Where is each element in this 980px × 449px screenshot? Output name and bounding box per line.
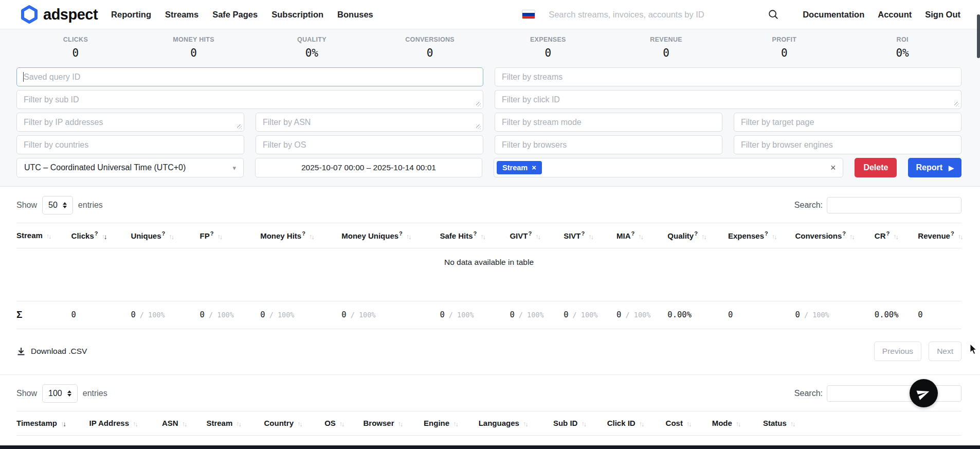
clicks-column-status[interactable]: Status↑↓: [763, 411, 961, 436]
nav-item-reporting[interactable]: Reporting: [111, 10, 151, 20]
nav-item-streams[interactable]: Streams: [165, 10, 198, 20]
group-tag-stream[interactable]: Stream ×: [497, 161, 542, 174]
clicks-column-browser[interactable]: Browser↑↓: [363, 411, 424, 436]
remove-tag-icon[interactable]: ×: [532, 164, 536, 172]
next-button[interactable]: Next: [929, 342, 961, 361]
report-column-uniques[interactable]: Uniques?↑↓: [131, 223, 199, 248]
help-icon[interactable]: ?: [765, 230, 768, 237]
date-range-input[interactable]: [255, 158, 482, 177]
help-icon[interactable]: ?: [886, 230, 890, 237]
clicks-column-country[interactable]: Country↑↓: [264, 411, 325, 436]
stat-label: REVENUE: [607, 36, 725, 43]
streams-filter-input[interactable]: [495, 67, 961, 86]
nav-item-account[interactable]: Account: [878, 10, 912, 19]
browsers-filter-input[interactable]: [495, 135, 722, 154]
summary-table: Σ00 / 100%0 / 100%0 / 100%0 / 100%0 / 10…: [16, 301, 961, 329]
clicks-page-size-select[interactable]: 100: [42, 384, 78, 403]
report-column-quality[interactable]: Quality?↑↓: [667, 223, 728, 248]
ip-filter-textarea[interactable]: [16, 113, 244, 132]
search-button[interactable]: [768, 9, 779, 20]
target-page-filter-input[interactable]: [734, 113, 961, 132]
group-by-select[interactable]: Stream × ×: [494, 158, 843, 177]
clicks-column-languages[interactable]: Languages↑↓: [479, 411, 553, 436]
countries-filter-input[interactable]: [16, 135, 244, 154]
stat-value: 0: [16, 47, 135, 59]
column-label: Browser: [363, 419, 394, 427]
summary-cell: 0 / 100%: [564, 301, 616, 329]
russia-flag-icon[interactable]: [522, 10, 535, 19]
download-csv-button[interactable]: Download .CSV: [16, 347, 87, 356]
sort-icon: ↑↓: [169, 233, 173, 240]
help-icon[interactable]: ?: [210, 230, 214, 237]
nav-item-safe-pages[interactable]: Safe Pages: [212, 10, 258, 20]
help-icon[interactable]: ?: [474, 230, 477, 237]
vertical-scrollbar[interactable]: [976, 0, 980, 449]
timezone-select[interactable]: UTC – Coordinated Universal Time (UTC+0)…: [16, 158, 244, 177]
main-content: Show 50 entries Search: Stream↑↓Clicks?↑…: [0, 195, 980, 436]
entries-label: entries: [83, 389, 107, 398]
report-column-givt[interactable]: GIVT?↑↓: [510, 223, 564, 248]
clicks-column-ip-address[interactable]: IP Address↑↓: [89, 411, 162, 436]
help-icon[interactable]: ?: [399, 230, 403, 237]
help-icon[interactable]: ?: [95, 230, 98, 237]
clicks-controls: Show 100 entries Search:: [16, 384, 961, 403]
summary-cell: Σ: [16, 301, 71, 329]
clicks-column-cost[interactable]: Cost↑↓: [666, 411, 712, 436]
report-column-money-uniques[interactable]: Money Uniques?↑↓: [341, 223, 440, 248]
report-column-cr[interactable]: CR?↑↓: [875, 223, 918, 248]
report-column-mia[interactable]: MIA?↑↓: [616, 223, 667, 248]
clicks-column-asn[interactable]: ASN↑↓: [162, 411, 206, 436]
previous-button[interactable]: Previous: [874, 342, 921, 361]
clickid-filter-textarea[interactable]: [495, 90, 961, 109]
telegram-button[interactable]: [910, 379, 938, 407]
saved-query-input[interactable]: [16, 67, 483, 86]
column-label: Mode: [712, 419, 732, 427]
report-column-money-hits[interactable]: Money Hits?↑↓: [260, 223, 341, 248]
help-icon[interactable]: ?: [528, 230, 532, 237]
column-label: Revenue: [918, 231, 950, 240]
page-size-select[interactable]: 50: [42, 196, 73, 214]
asn-filter-textarea[interactable]: [256, 113, 483, 132]
help-icon[interactable]: ?: [951, 230, 954, 237]
help-icon[interactable]: ?: [162, 230, 166, 237]
brand-logo[interactable]: adspect: [21, 5, 98, 24]
report-search-input[interactable]: [827, 197, 961, 213]
clicks-column-engine[interactable]: Engine↑↓: [424, 411, 479, 436]
clicks-column-sub-id[interactable]: Sub ID↑↓: [553, 411, 607, 436]
clicks-column-mode[interactable]: Mode↑↓: [712, 411, 763, 436]
report-column-stream[interactable]: Stream↑↓: [16, 223, 71, 248]
report-column-expenses[interactable]: Expenses?↑↓: [728, 223, 795, 248]
clicks-search-input[interactable]: [827, 385, 961, 402]
report-column-revenue[interactable]: Revenue?↑↓: [918, 223, 961, 248]
clicks-column-timestamp[interactable]: Timestamp↑↓: [16, 411, 89, 436]
help-icon[interactable]: ?: [302, 230, 305, 237]
help-icon[interactable]: ?: [842, 230, 846, 237]
report-column-sivt[interactable]: SIVT?↑↓: [564, 223, 616, 248]
os-filter-input[interactable]: [256, 135, 483, 154]
report-column-safe-hits[interactable]: Safe Hits?↑↓: [440, 223, 510, 248]
nav-item-subscription[interactable]: Subscription: [271, 10, 323, 20]
vertical-scrollbar-thumb[interactable]: [977, 14, 980, 58]
help-icon[interactable]: ?: [694, 230, 698, 237]
column-label: Conversions: [795, 231, 842, 240]
nav-item-sign-out[interactable]: Sign Out: [925, 10, 960, 19]
nav-item-bonuses[interactable]: Bonuses: [337, 10, 373, 20]
nav-search-input[interactable]: [549, 10, 765, 20]
clicks-column-os[interactable]: OS↑↓: [324, 411, 363, 436]
column-label: Money Hits: [260, 231, 301, 240]
help-icon[interactable]: ?: [631, 230, 635, 237]
report-column-clicks[interactable]: Clicks?↑↓: [71, 223, 131, 248]
report-column-conversions[interactable]: Conversions?↑↓: [795, 223, 874, 248]
delete-button[interactable]: Delete: [855, 158, 897, 177]
clicks-column-stream[interactable]: Stream↑↓: [206, 411, 264, 436]
clear-tags-icon[interactable]: ×: [830, 163, 836, 172]
report-column-fp[interactable]: FP?↑↓: [200, 223, 261, 248]
report-header-row: Stream↑↓Clicks?↑↓Uniques?↑↓FP?↑↓Money Hi…: [16, 223, 961, 248]
clicks-column-click-id[interactable]: Click ID↑↓: [607, 411, 666, 436]
help-icon[interactable]: ?: [581, 230, 585, 237]
browser-engines-filter-input[interactable]: [734, 135, 961, 154]
subid-filter-textarea[interactable]: [16, 90, 483, 109]
stream-mode-filter-input[interactable]: [495, 113, 722, 132]
report-button[interactable]: Report ▶: [908, 158, 961, 177]
nav-item-documentation[interactable]: Documentation: [803, 10, 864, 19]
